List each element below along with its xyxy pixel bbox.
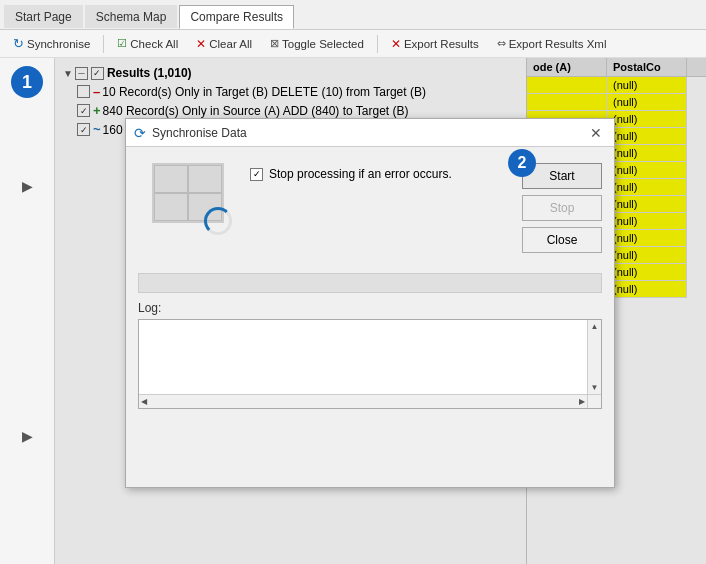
scroll-up-arrow[interactable]: ▲ (589, 320, 601, 333)
expand-arrow-top[interactable]: ▶ (22, 178, 33, 194)
tab-schema-map[interactable]: Schema Map (85, 5, 178, 28)
expand-arrow-bottom[interactable]: ▶ (22, 428, 33, 444)
toolbar: ↻ Synchronise ☑ Check All ✕ Clear All ⊠ … (0, 30, 706, 58)
main-area: 1 ▶ ▶ ▼ ─ ✓ Results (1,010) – 10 Record(… (0, 58, 706, 564)
stop-checkbox-row: ✓ Stop processing if an error occurs. (250, 167, 510, 181)
log-label: Log: (138, 301, 602, 315)
dialog-icon: ⟳ (134, 125, 146, 141)
sync-icon: ↻ (13, 36, 24, 51)
sync-icon-box (152, 163, 224, 223)
dialog-title-left: ⟳ Synchronise Data (134, 125, 247, 141)
stop-button[interactable]: Stop (522, 195, 602, 221)
scroll-corner (587, 394, 601, 408)
sync-cell-2 (188, 165, 222, 193)
sync-cell-3 (154, 193, 188, 221)
dialog-left-icon (138, 159, 238, 253)
check-all-button[interactable]: ☑ Check All (110, 34, 185, 53)
tab-compare-results[interactable]: Compare Results (179, 5, 294, 29)
export-icon: ✕ (391, 37, 401, 51)
progress-bar-container (138, 273, 602, 293)
tab-bar: Start Page Schema Map Compare Results (0, 0, 706, 30)
sync-dialog: ⟳ Synchronise Data ✕ (125, 118, 615, 488)
log-section: Log: ▲ ▼ ◀ ▶ (138, 301, 602, 409)
toggle-icon: ⊠ (270, 37, 279, 50)
stop-checkbox[interactable]: ✓ (250, 168, 263, 181)
log-scrollbar-vertical[interactable]: ▲ ▼ (587, 320, 601, 394)
export-xml-icon: ⇔ (497, 37, 506, 50)
dialog-center: ✓ Stop processing if an error occurs. (250, 159, 510, 253)
stop-processing-label: Stop processing if an error occurs. (269, 167, 452, 181)
dialog-close-button[interactable]: ✕ (586, 125, 606, 141)
log-area-container: ▲ ▼ ◀ ▶ (138, 319, 602, 409)
clear-all-icon: ✕ (196, 37, 206, 51)
dialog-title: Synchronise Data (152, 126, 247, 140)
scroll-right-arrow[interactable]: ▶ (577, 395, 587, 408)
sync-spinner (204, 207, 232, 235)
export-results-button[interactable]: ✕ Export Results (384, 34, 486, 54)
badge-1[interactable]: 1 (11, 66, 43, 98)
dialog-titlebar: ⟳ Synchronise Data ✕ (126, 119, 614, 147)
tab-start-page[interactable]: Start Page (4, 5, 83, 28)
clear-all-button[interactable]: ✕ Clear All (189, 34, 259, 54)
scroll-left-arrow[interactable]: ◀ (139, 395, 149, 408)
close-button[interactable]: Close (522, 227, 602, 253)
sync-cell-1 (154, 165, 188, 193)
check-all-icon: ☑ (117, 37, 127, 50)
left-panel: 1 ▶ ▶ (0, 58, 55, 564)
log-scrollbar-horizontal[interactable]: ◀ ▶ (139, 394, 587, 408)
dialog-buttons: 2 Start Stop Close (522, 159, 602, 253)
export-results-xml-button[interactable]: ⇔ Export Results Xml (490, 34, 614, 53)
toolbar-separator-2 (377, 35, 378, 53)
scroll-down-arrow[interactable]: ▼ (589, 381, 601, 394)
toolbar-separator-1 (103, 35, 104, 53)
content-panel: ▼ ─ ✓ Results (1,010) – 10 Record(s) Onl… (55, 58, 706, 564)
dialog-overlay: ⟳ Synchronise Data ✕ (55, 58, 706, 564)
toggle-selected-button[interactable]: ⊠ Toggle Selected (263, 34, 371, 53)
badge-2: 2 (508, 149, 536, 177)
synchronise-button[interactable]: ↻ Synchronise (6, 33, 97, 54)
dialog-body: ✓ Stop processing if an error occurs. 2 … (126, 147, 614, 265)
